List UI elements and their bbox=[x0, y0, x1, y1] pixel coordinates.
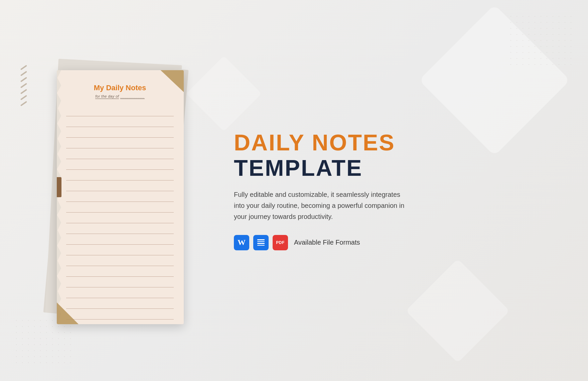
note-line bbox=[66, 309, 174, 320]
dash-mark bbox=[20, 95, 27, 100]
docs-line bbox=[257, 241, 265, 242]
docs-lines-icon bbox=[257, 239, 265, 246]
note-line bbox=[66, 298, 174, 309]
note-line bbox=[66, 202, 174, 213]
bg-diamond-2 bbox=[406, 259, 509, 363]
dash-mark bbox=[20, 71, 27, 76]
note-line bbox=[66, 223, 174, 234]
note-line bbox=[66, 170, 174, 180]
subtitle-line: ___________ bbox=[120, 94, 145, 99]
file-formats-row: W PDF Available File Formats bbox=[234, 235, 555, 250]
note-line bbox=[66, 159, 174, 170]
subtitle-text: for the day of bbox=[95, 94, 119, 99]
word-icon: W bbox=[234, 235, 249, 250]
description-text: Fully editable and customizable, it seam… bbox=[234, 189, 408, 222]
dash-mark bbox=[20, 101, 27, 106]
docs-line bbox=[257, 245, 265, 246]
dash-marks bbox=[20, 67, 27, 104]
note-line bbox=[66, 213, 174, 223]
note-line bbox=[66, 148, 174, 159]
main-container: My Daily Notes for the day of __________… bbox=[0, 0, 588, 381]
docs-line bbox=[257, 243, 265, 244]
notebook-title: My Daily Notes bbox=[66, 84, 174, 92]
dash-mark bbox=[20, 83, 27, 88]
notebook: My Daily Notes for the day of __________… bbox=[57, 70, 184, 324]
word-label: W bbox=[238, 238, 246, 247]
dot-pattern-top-right bbox=[508, 13, 575, 67]
docs-icon bbox=[253, 235, 269, 250]
note-line bbox=[66, 287, 174, 298]
note-lines bbox=[66, 106, 174, 320]
note-line bbox=[66, 245, 174, 255]
docs-line bbox=[257, 239, 265, 240]
notebook-content: My Daily Notes for the day of __________… bbox=[57, 70, 184, 324]
note-line bbox=[66, 116, 174, 127]
note-line bbox=[66, 255, 174, 266]
note-line bbox=[66, 191, 174, 202]
title-line2: TEMPLATE bbox=[234, 156, 555, 180]
pdf-icon: PDF bbox=[273, 235, 288, 250]
notebook-preview: My Daily Notes for the day of __________… bbox=[33, 40, 207, 341]
dash-mark bbox=[20, 65, 27, 70]
note-line bbox=[66, 277, 174, 287]
note-line bbox=[66, 127, 174, 138]
note-line bbox=[66, 180, 174, 191]
dash-mark bbox=[20, 77, 27, 82]
dash-mark bbox=[20, 89, 27, 94]
info-section: DAILY NOTES TEMPLATE Fully editable and … bbox=[207, 131, 555, 250]
note-line bbox=[66, 138, 174, 148]
note-line bbox=[66, 234, 174, 245]
notebook-subtitle: for the day of ___________ bbox=[66, 94, 174, 98]
side-strip bbox=[57, 177, 61, 197]
note-line bbox=[66, 266, 174, 277]
file-formats-label: Available File Formats bbox=[294, 239, 360, 246]
pdf-label: PDF bbox=[276, 240, 285, 245]
note-line bbox=[66, 106, 174, 116]
